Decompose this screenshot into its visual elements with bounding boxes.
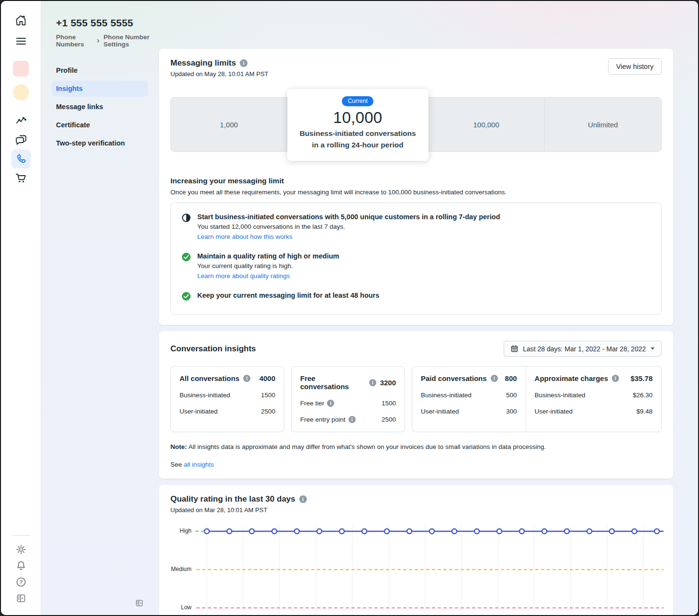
info-icon[interactable]: i bbox=[369, 379, 376, 386]
home-icon[interactable] bbox=[11, 11, 31, 30]
expand-panel-icon[interactable] bbox=[11, 590, 31, 606]
info-icon[interactable]: i bbox=[240, 59, 248, 67]
learn-more-link[interactable]: Learn more about quality ratings bbox=[197, 272, 290, 280]
account-avatar[interactable] bbox=[13, 84, 29, 101]
see-prefix: See bbox=[170, 461, 182, 468]
current-tier-card: Current 10,000 Business-initiated conver… bbox=[287, 89, 428, 161]
messaging-limits-title-text: Messaging limits bbox=[170, 58, 236, 68]
all-conversations-card: All conversations i 4000 Business-initia… bbox=[170, 366, 284, 432]
stat-row-label: User-initiated bbox=[535, 408, 573, 415]
tier-100000: 100,000 bbox=[428, 98, 545, 151]
stat-row-label: User-initiated bbox=[421, 408, 459, 415]
stat-label: Approximate charges bbox=[535, 374, 608, 382]
learn-more-link[interactable]: Learn more about how this works bbox=[197, 233, 293, 240]
requirement-title: Keep your current messaging limit for at… bbox=[197, 291, 379, 299]
insight-cards-row: All conversations i 4000 Business-initia… bbox=[170, 366, 662, 432]
collapse-sidebar-icon[interactable] bbox=[135, 598, 144, 610]
phone-icon[interactable] bbox=[11, 149, 31, 168]
view-history-button[interactable]: View history bbox=[608, 58, 662, 75]
increase-limit-subtext: Once you meet all these requirements, yo… bbox=[170, 189, 662, 196]
breadcrumb: Phone Numbers Phone Number Settings bbox=[56, 34, 159, 48]
requirement-detail: You started 12,000 conversations in the … bbox=[197, 223, 500, 230]
sidebar-item-two-step-verification[interactable]: Two-step verification bbox=[52, 135, 148, 151]
info-icon[interactable]: i bbox=[349, 416, 356, 423]
requirement-item: Keep your current messaging limit for at… bbox=[181, 291, 651, 303]
quality-line-chart-svg bbox=[170, 523, 664, 615]
requirement-detail: Your current quality rating is high. bbox=[197, 262, 339, 269]
sidebar-item-certificate[interactable]: Certificate bbox=[52, 117, 148, 133]
check-circle-icon bbox=[181, 291, 191, 303]
stat-row-value: $26.30 bbox=[633, 392, 653, 399]
date-range-label: Last 28 days: Mar 1, 2022 - Mar 28, 2022 bbox=[523, 345, 646, 353]
current-tier-value: 10,000 bbox=[333, 109, 383, 127]
breadcrumb-phone-number-settings[interactable]: Phone Number Settings bbox=[103, 34, 159, 48]
paid-conversations-section: Paid conversations i 800 Business-initia… bbox=[412, 367, 526, 432]
requirement-title: Start business-initiated conversations w… bbox=[197, 213, 500, 221]
breadcrumb-phone-numbers[interactable]: Phone Numbers bbox=[56, 34, 93, 48]
stat-label: Paid conversations bbox=[421, 374, 487, 382]
insights-note: Note: All insights data is approximate a… bbox=[170, 443, 662, 450]
tier-unlimited: Unlimited bbox=[545, 98, 661, 151]
stat-row-value: 1500 bbox=[382, 400, 396, 407]
stat-value: 800 bbox=[505, 374, 517, 382]
quality-rating-title-text: Quality rating in the last 30 days bbox=[170, 494, 295, 504]
half-complete-icon bbox=[181, 213, 191, 241]
see-all-insights: See all insights bbox=[170, 461, 662, 468]
info-icon[interactable]: i bbox=[243, 375, 250, 382]
settings-sidebar: +1 555 555 5555 Phone Numbers Phone Numb… bbox=[41, 1, 159, 615]
requirement-item: Start business-initiated conversations w… bbox=[181, 213, 651, 241]
stat-row-label: Business-initiated bbox=[421, 392, 472, 399]
messages-icon[interactable] bbox=[11, 130, 31, 149]
increase-limit-heading: Increasing your messaging limit bbox=[170, 177, 662, 185]
notifications-icon[interactable] bbox=[11, 558, 31, 574]
stat-label: All conversations bbox=[180, 374, 239, 382]
help-icon[interactable]: ? bbox=[11, 574, 31, 590]
info-icon[interactable]: i bbox=[491, 375, 498, 382]
stat-row-label: Business-initiated bbox=[535, 392, 586, 399]
sidebar-item-insights[interactable]: Insights bbox=[52, 80, 148, 97]
paid-and-charges-card: Paid conversations i 800 Business-initia… bbox=[412, 366, 662, 432]
page-title: +1 555 555 5555 bbox=[56, 17, 159, 29]
analytics-icon[interactable] bbox=[11, 111, 31, 130]
menu-icon[interactable] bbox=[11, 32, 31, 51]
app-window: ? +1 555 555 5555 Phone Numbers Phone Nu… bbox=[0, 0, 699, 616]
stat-row-value: $9.48 bbox=[636, 408, 653, 415]
free-conversations-card: Free conversations i 3200 Free tieri1500… bbox=[291, 366, 405, 432]
settings-icon[interactable] bbox=[11, 541, 31, 558]
stat-value: 3200 bbox=[380, 379, 396, 387]
date-range-selector[interactable]: Last 28 days: Mar 1, 2022 - Mar 28, 2022 bbox=[504, 341, 662, 357]
messaging-limits-title: Messaging limits i bbox=[170, 58, 269, 68]
calendar-icon bbox=[510, 345, 519, 353]
commerce-icon[interactable] bbox=[11, 168, 31, 188]
stat-row-label: Free entry point bbox=[300, 416, 346, 423]
messaging-limits-updated: Updated on May 28, 10:01 AM PST bbox=[170, 70, 269, 78]
quality-rating-card: Quality rating in the last 30 days i Upd… bbox=[159, 485, 673, 615]
conversation-insights-title: Conversation insights bbox=[170, 344, 256, 354]
sidebar-item-message-links[interactable]: Message links bbox=[52, 99, 148, 115]
approximate-charges-section: Approximate charges i $35.78 Business-in… bbox=[526, 367, 661, 432]
messaging-limits-card: Messaging limits i Updated on May 28, 10… bbox=[159, 49, 673, 325]
stat-row-value: 2500 bbox=[382, 416, 396, 423]
info-icon[interactable]: i bbox=[327, 400, 334, 407]
conversation-insights-card: Conversation insights Last 28 days: Mar … bbox=[159, 331, 673, 479]
all-insights-link[interactable]: all insights bbox=[184, 461, 214, 468]
rail-bottom: ? bbox=[11, 535, 31, 606]
check-circle-icon bbox=[181, 252, 191, 280]
chevron-down-icon bbox=[650, 347, 655, 350]
current-badge: Current bbox=[342, 96, 373, 106]
current-tier-description-line1: Business-initiated conversations bbox=[300, 128, 416, 139]
icon-rail: ? bbox=[1, 1, 41, 615]
requirement-title: Maintain a quality rating of high or med… bbox=[197, 252, 339, 260]
stat-row-value: 500 bbox=[506, 392, 517, 399]
requirement-item: Maintain a quality rating of high or med… bbox=[181, 252, 651, 280]
stat-label: Free conversations bbox=[300, 374, 365, 391]
info-icon[interactable]: i bbox=[299, 495, 307, 503]
main-column: Messaging limits i Updated on May 28, 10… bbox=[159, 1, 698, 615]
sidebar-item-profile[interactable]: Profile bbox=[52, 62, 148, 78]
stat-row-value: 2500 bbox=[261, 408, 275, 415]
stat-row-label: Business-initiated bbox=[180, 392, 230, 399]
content-area: +1 555 555 5555 Phone Numbers Phone Numb… bbox=[41, 1, 698, 615]
info-icon[interactable]: i bbox=[612, 375, 619, 382]
workspace-avatar[interactable] bbox=[13, 61, 29, 77]
stat-value: 4000 bbox=[259, 374, 275, 382]
